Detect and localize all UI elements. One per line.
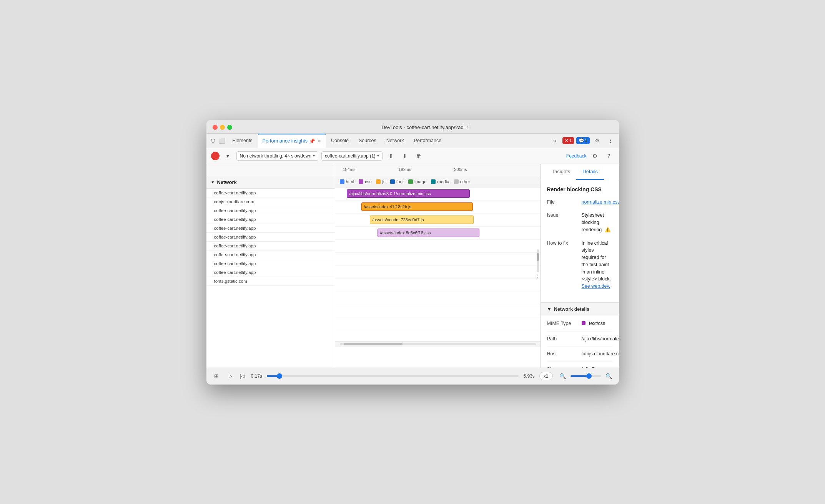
overflow-tabs-button[interactable]: » — [549, 135, 560, 146]
devtools-cursor-icon[interactable]: ⬡ — [210, 137, 216, 144]
bar-row — [335, 266, 541, 279]
zoom-out-icon[interactable]: 🔍 — [557, 371, 568, 381]
error-icon: ✕ — [565, 138, 569, 143]
list-item[interactable]: cdnjs.cloudflare.com — [206, 197, 335, 206]
list-item[interactable]: coffee-cart.netlify.app — [206, 215, 335, 224]
tab-sources[interactable]: Sources — [354, 134, 381, 148]
tab-performance[interactable]: Performance — [409, 134, 446, 148]
css-dot — [359, 179, 363, 184]
minimize-button[interactable] — [220, 125, 225, 130]
bar-row — [335, 240, 541, 253]
zoom-slider[interactable] — [571, 375, 601, 377]
traffic-lights — [213, 125, 232, 130]
how-to-fix-row: How to fix Inline critical styles requir… — [547, 240, 613, 290]
main-content: 184ms 192ms 200ms ▼ Network coffee-cart.… — [206, 164, 619, 368]
file-label: File — [547, 199, 582, 206]
issue-label: Issue — [547, 212, 582, 233]
list-item[interactable]: coffee-cart.netlify.app — [206, 250, 335, 259]
skip-to-start-icon[interactable]: |◁ — [238, 372, 246, 380]
tab-console[interactable]: Console — [326, 134, 353, 148]
scrubber-track[interactable] — [267, 375, 519, 377]
upload-icon[interactable]: ⬆ — [386, 151, 396, 161]
file-row: File normalize.min.css — [547, 199, 613, 206]
network-label-panel: ▼ Network coffee-cart.netlify.app cdnjs.… — [206, 176, 335, 368]
legend-row: html css js font — [335, 176, 541, 187]
file-link[interactable]: normalize.min.css — [582, 199, 619, 205]
legend-html: html — [340, 179, 354, 184]
bar-row — [335, 305, 541, 318]
devtools-inspect-icon[interactable]: ⬜ — [219, 137, 226, 144]
see-web-dev-link[interactable]: See web.dev. — [582, 284, 610, 289]
zoom-thumb[interactable] — [586, 373, 592, 379]
messages-badge[interactable]: 💬 1 — [576, 137, 589, 144]
bar-row: /ajax/libs/normalize/8.0.1/normalize.min… — [335, 187, 541, 201]
maximize-button[interactable] — [227, 125, 232, 130]
list-item[interactable]: coffee-cart.netlify.app — [206, 268, 335, 277]
timeline-scrubber[interactable] — [267, 375, 519, 377]
index-js-bar[interactable]: /assets/index.41f18c2b.js — [361, 202, 473, 211]
list-item[interactable]: coffee-cart.netlify.app — [206, 224, 335, 233]
path-row: Path /ajax/libs/normalize/8.0.1/normaliz… — [547, 332, 613, 347]
errors-badge[interactable]: ✕ 1 — [562, 137, 574, 144]
bar-row — [335, 253, 541, 266]
network-section-header[interactable]: ▼ Network — [206, 176, 335, 189]
insight-title: Render blocking CSS — [547, 186, 613, 192]
mime-type-value: text/css — [582, 320, 613, 327]
size-row: Size 1.3 kB — [547, 362, 613, 368]
scrubber-thumb[interactable] — [277, 373, 282, 379]
tab-network[interactable]: Network — [382, 134, 409, 148]
feedback-link[interactable]: Feedback — [566, 153, 587, 159]
index-css-bar[interactable]: /assets/index.8d6c6f18.css — [378, 229, 479, 237]
list-item[interactable]: coffee-cart.netlify.app — [206, 259, 335, 268]
js-dot — [376, 179, 381, 184]
right-panel: Insights Details Render blocking CSS Fil… — [541, 164, 619, 368]
left-panel: 184ms 192ms 200ms ▼ Network coffee-cart.… — [206, 164, 541, 368]
tick-200ms: 200ms — [454, 167, 467, 172]
devtools-window: DevTools - coffee-cart.netlify.app/?ad=1… — [206, 120, 619, 385]
size-value: 1.3 kB — [582, 366, 613, 368]
legend-other: other — [454, 179, 470, 184]
legend-media: media — [431, 179, 449, 184]
list-item[interactable]: fonts.gstatic.com — [206, 277, 335, 286]
zoom-controls: 🔍 🔍 — [557, 371, 614, 381]
settings-gear-icon[interactable]: ⚙ — [590, 151, 600, 161]
network-details-header[interactable]: ▼ Network details — [541, 302, 619, 316]
collapse-arrow-icon: ▼ — [211, 180, 215, 184]
host-row: Host cdnjs.cloudflare.com — [547, 346, 613, 362]
close-button[interactable] — [213, 125, 218, 130]
expand-right-icon[interactable]: › — [537, 273, 539, 279]
list-item[interactable]: coffee-cart.netlify.app — [206, 189, 335, 197]
target-dropdown[interactable]: coffee-cart.netlify.app (1) ▾ — [321, 151, 383, 161]
settings-icon[interactable]: ⚙ — [592, 135, 603, 146]
zoom-in-icon[interactable]: 🔍 — [604, 371, 614, 381]
more-options-icon[interactable]: ⋮ — [605, 135, 616, 146]
mime-type-label: MIME Type — [547, 320, 582, 327]
tab-details[interactable]: Details — [576, 164, 604, 180]
speed-badge[interactable]: x1 — [539, 372, 553, 380]
media-dot — [431, 179, 436, 184]
bar-row: /assets/index.41f18c2b.js — [335, 201, 541, 214]
timeline-bar-panel: html css js font — [335, 176, 541, 368]
list-item[interactable]: coffee-cart.netlify.app — [206, 233, 335, 242]
play-button[interactable]: ▷ — [226, 372, 235, 380]
tab-performance-insights[interactable]: Performance insights 📌 ✕ — [258, 134, 326, 148]
record-button[interactable] — [211, 152, 220, 160]
tab-close-icon[interactable]: ✕ — [318, 139, 321, 144]
throttle-dropdown-arrow: ▾ — [313, 154, 315, 158]
download-icon[interactable]: ⬇ — [399, 151, 410, 161]
tab-elements[interactable]: Elements — [228, 134, 257, 148]
delete-icon[interactable]: 🗑 — [413, 151, 424, 161]
vendor-js-bar[interactable]: /assets/vendor.728ed0d7.js — [370, 216, 474, 224]
dropdown-arrow-icon[interactable]: ▾ — [223, 151, 233, 161]
normalize-css-bar[interactable]: /ajax/libs/normalize/8.0.1/normalize.min… — [347, 189, 470, 198]
tab-insights[interactable]: Insights — [547, 164, 577, 180]
help-icon[interactable]: ? — [604, 151, 614, 161]
throttle-dropdown[interactable]: No network throttling, 4× slowdown ▾ — [236, 151, 318, 161]
list-item[interactable]: coffee-cart.netlify.app — [206, 242, 335, 250]
issue-value: Stylesheet blocking rendering ⚠️ — [582, 212, 613, 233]
network-details-arrow-icon: ▼ — [547, 307, 552, 312]
list-item[interactable]: coffee-cart.netlify.app — [206, 206, 335, 215]
legend-js: js — [376, 179, 385, 184]
screenshot-icon[interactable]: ⊞ — [211, 371, 222, 381]
timeline-ticks: 184ms 192ms 200ms — [335, 164, 541, 176]
